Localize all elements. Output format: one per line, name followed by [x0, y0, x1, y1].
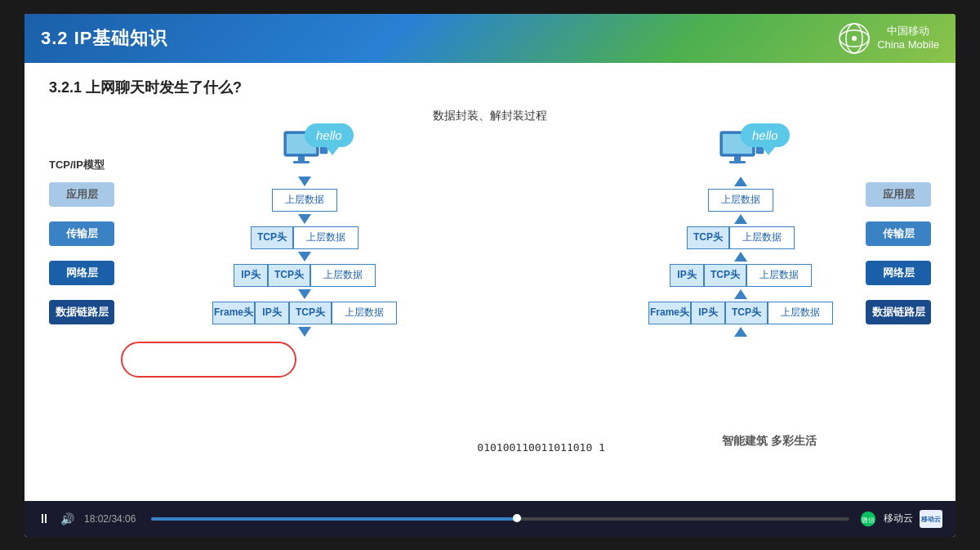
app-layer-btn: 应用层: [49, 182, 114, 207]
right-layer-labels: 应用层 传输层 网络层 数据链路层: [866, 182, 931, 324]
brand-text: 中国移动 China Mobile: [877, 25, 939, 52]
right-transport-layer-btn: 传输层: [866, 221, 931, 246]
network-layer-highlight: [121, 342, 296, 378]
player-bar: ⏸ 🔊 18:02/34:06 微信 移动云 移动云: [24, 501, 956, 537]
diagram-center-title: 数据封装、解封装过程: [433, 109, 547, 123]
arrow-down-2: [298, 214, 311, 224]
right-box-frame-head-1: Frame头: [648, 302, 691, 324]
slide-container: 3.2 IP基础知识 中国移动 China Mobile 3.2.1 上网聊天时…: [24, 14, 956, 537]
row-full-frame: Frame头 IP头 TCP头 上层数据: [212, 302, 397, 324]
volume-button[interactable]: 🔊: [60, 512, 74, 525]
transport-layer-btn: 传输层: [49, 221, 114, 246]
watermark: 智能建筑 多彩生活: [722, 434, 817, 449]
arrow-down-5: [298, 327, 311, 337]
arrow-up-5: [734, 327, 747, 337]
right-speech-bubble: hello: [741, 123, 790, 147]
left-flow: hello 上层数据: [212, 123, 397, 337]
binary-text: 010100110011011010 1: [477, 441, 605, 454]
play-pause-button[interactable]: ⏸: [38, 512, 51, 526]
box-frame-head-1: Frame头: [212, 302, 255, 324]
arrow-up-3: [734, 252, 747, 262]
row-ip-tcp-data: IP头 TCP头 上层数据: [234, 264, 376, 287]
arrow-down-4: [298, 289, 311, 299]
right-flow: hello 上层数据: [648, 123, 833, 337]
tcp-model-label: TCP/IP模型: [49, 158, 105, 172]
progress-bar[interactable]: [151, 517, 849, 521]
right-box-tcp-head-2: TCP头: [704, 264, 746, 287]
svg-rect-14: [729, 161, 746, 163]
right-box-upper-data-3: 上层数据: [746, 264, 812, 287]
right-box-upper-data-1: 上层数据: [708, 189, 773, 212]
mobile-cloud-icon: 移动云: [920, 510, 942, 528]
progress-fill: [151, 517, 521, 521]
arrow-down-3: [298, 252, 311, 262]
box-upper-data-2: 上层数据: [293, 226, 359, 249]
china-mobile-logo: 中国移动 China Mobile: [838, 22, 939, 55]
progress-handle[interactable]: [513, 514, 521, 522]
right-box-upper-data-4: 上层数据: [768, 302, 833, 324]
section-title: 3.2.1 上网聊天时发生了什么?: [49, 78, 931, 97]
slide-body: 3.2.1 上网聊天时发生了什么? 数据封装、解封装过程 TCP/IP模型 应用…: [24, 63, 956, 501]
right-app-layer-btn: 应用层: [866, 182, 931, 207]
svg-rect-6: [298, 156, 305, 161]
svg-rect-13: [734, 156, 741, 161]
right-row-ip-tcp-data: IP头 TCP头 上层数据: [670, 264, 812, 287]
row-upper-data: 上层数据: [272, 189, 337, 212]
slide-header: 3.2 IP基础知识 中国移动 China Mobile: [24, 14, 956, 63]
box-ip-head-1: IP头: [234, 264, 268, 287]
right-box-tcp-head-1: TCP头: [687, 226, 729, 249]
right-box-upper-data-2: 上层数据: [729, 226, 795, 249]
arrow-up-4: [734, 289, 747, 299]
box-tcp-head-2: TCP头: [268, 264, 310, 287]
right-box-ip-head-1: IP头: [670, 264, 704, 287]
diagram-area: 数据封装、解封装过程 TCP/IP模型 应用层 传输层 网络层 数据链路层 应用…: [49, 109, 931, 501]
datalink-layer-btn: 数据链路层: [49, 300, 114, 324]
network-layer-btn: 网络层: [49, 261, 114, 285]
box-upper-data-1: 上层数据: [272, 189, 337, 212]
chat-icon: 微信: [859, 510, 877, 528]
time-display: 18:02/34:06: [84, 513, 141, 525]
left-speech-bubble: hello: [305, 123, 354, 147]
right-network-layer-btn: 网络层: [866, 261, 931, 285]
right-row-tcp-data: TCP头 上层数据: [687, 226, 795, 249]
china-mobile-icon: [838, 22, 871, 55]
svg-rect-7: [293, 161, 310, 163]
box-ip-head-2: IP头: [255, 302, 289, 324]
box-upper-data-3: 上层数据: [310, 264, 376, 287]
box-upper-data-4: 上层数据: [332, 302, 397, 324]
arrow-up-1: [734, 177, 747, 186]
header-title: 3.2 IP基础知识: [41, 26, 167, 51]
svg-point-3: [852, 36, 857, 41]
right-box-ip-head-2: IP头: [691, 302, 725, 324]
arrow-up-2: [734, 214, 747, 224]
svg-text:移动云: 移动云: [920, 516, 941, 523]
row-tcp-data: TCP头 上层数据: [251, 226, 359, 249]
box-tcp-head-3: TCP头: [289, 302, 332, 324]
left-layer-labels: 应用层 传输层 网络层 数据链路层: [49, 182, 114, 324]
arrow-down-1: [298, 177, 311, 186]
right-datalink-layer-btn: 数据链路层: [866, 300, 931, 324]
box-tcp-head-1: TCP头: [251, 226, 293, 249]
bottom-right-info: 微信 移动云 移动云: [859, 510, 942, 528]
right-box-tcp-head-3: TCP头: [725, 302, 768, 324]
svg-text:微信: 微信: [862, 516, 875, 523]
right-row-full-frame: Frame头 IP头 TCP头 上层数据: [648, 302, 833, 324]
right-row-upper-data: 上层数据: [708, 189, 773, 212]
